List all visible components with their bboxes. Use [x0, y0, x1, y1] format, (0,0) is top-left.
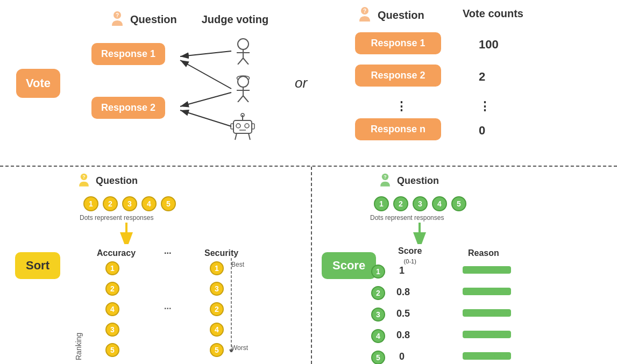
svg-text:?: ? — [363, 8, 366, 14]
sr5-dot: 5 — [371, 351, 385, 364]
svg-point-2 — [238, 39, 249, 49]
svg-rect-18 — [231, 124, 233, 129]
bottom-left: Sort ? Question 1 2 3 4 5 Dots represent… — [0, 167, 312, 364]
br-down-arrow — [412, 223, 428, 244]
sr3-dot: 3 — [371, 308, 385, 322]
score-col-label: Score (0-1) — [398, 246, 422, 266]
bl-dot-2: 2 — [103, 196, 118, 211]
sr4-reason — [463, 331, 511, 338]
sr5-score: 0 — [399, 351, 405, 362]
or-divider: or — [295, 75, 307, 91]
tr-count1: 100 — [479, 38, 499, 52]
tr-dots-label: ⋮ — [395, 99, 407, 113]
bl-down-arrow — [118, 223, 134, 244]
r3-sec: 2 — [210, 302, 224, 316]
accuracy-label: Accuracy — [97, 248, 136, 258]
question-person-icon-right: ? — [355, 5, 374, 25]
tr-responsen-box: Response n — [355, 118, 441, 140]
reason-col-label: Reason — [468, 248, 499, 258]
sr4-dot: 4 — [371, 329, 385, 343]
svg-line-6 — [243, 58, 249, 65]
svg-line-23 — [180, 51, 231, 56]
tr-dots-count: ⋮ — [479, 99, 491, 113]
response1-box: Response 1 — [91, 43, 165, 65]
bl-question-area: ? Question — [75, 172, 138, 189]
svg-point-13 — [236, 124, 240, 128]
bl-dot-4: 4 — [141, 196, 157, 211]
bl-question-label: Question — [96, 175, 138, 187]
br-dot-3: 3 — [413, 196, 428, 211]
sr2-reason — [463, 288, 511, 295]
ranking-label: Ranking — [74, 290, 83, 360]
br-question-label: Question — [397, 175, 439, 187]
best-worst-line — [229, 258, 234, 352]
r1-sec: 1 — [210, 261, 224, 275]
top-section: Vote ? Question Judge voting Response 1 — [0, 0, 617, 167]
sr2-dot: 2 — [371, 286, 385, 300]
top-left: Vote ? Question Judge voting Response 1 — [0, 0, 312, 167]
svg-text:?: ? — [384, 174, 386, 180]
br-dot-4: 4 — [432, 196, 447, 211]
judge-robot-icon — [229, 113, 256, 142]
vote-box: Vote — [16, 69, 60, 98]
tr-countn: 0 — [479, 124, 485, 138]
sort-box: Sort — [15, 252, 60, 279]
svg-point-7 — [238, 76, 249, 87]
sr1-dot: 1 — [371, 265, 385, 279]
r2-sec: 3 — [210, 282, 224, 296]
br-question-area: ? Question — [377, 172, 439, 189]
r5-acc: 5 — [105, 343, 119, 357]
svg-line-21 — [249, 133, 250, 140]
bottom-right: Score ? Question 1 2 3 4 5 Dots represen… — [312, 167, 617, 364]
tr-count2: 2 — [479, 70, 485, 84]
judge-person2-icon — [231, 75, 255, 102]
sr3-reason — [463, 309, 511, 317]
score-box: Score — [322, 252, 376, 279]
judge-person1-icon — [231, 38, 255, 65]
bl-dot-1: 1 — [83, 196, 98, 211]
svg-line-10 — [238, 96, 243, 102]
top-left-question-area: ? Question Judge voting — [108, 10, 268, 29]
svg-line-11 — [243, 96, 249, 102]
vote-counts-label: Vote counts — [463, 8, 523, 20]
tr-response1-box: Response 1 — [355, 32, 441, 54]
security-label: Security — [204, 248, 238, 258]
br-dots-row: 1 2 3 4 5 — [374, 196, 466, 211]
question-person-icon-bl: ? — [75, 172, 93, 189]
r3-acc: 4 — [105, 302, 119, 316]
response2-box: Response 2 — [91, 97, 165, 119]
question-person-icon-left: ? — [108, 10, 127, 29]
sr3-score: 0.5 — [396, 308, 410, 319]
ellipsis-label: ··· — [164, 248, 171, 258]
bl-dots-row: 1 2 3 4 5 — [83, 196, 176, 211]
bottom-section: Sort ? Question 1 2 3 4 5 Dots represent… — [0, 167, 617, 364]
r5-sec: 5 — [210, 343, 224, 357]
svg-point-14 — [245, 124, 249, 128]
question-person-icon-br: ? — [377, 172, 394, 189]
svg-text:?: ? — [82, 174, 85, 180]
svg-rect-19 — [252, 124, 254, 129]
sr1-score: 1 — [399, 265, 405, 276]
top-right: ? Question Vote counts Response 1 100 Re… — [312, 0, 617, 167]
svg-text:?: ? — [116, 12, 119, 18]
svg-line-26 — [180, 92, 231, 106]
r2-acc: 2 — [105, 282, 119, 296]
top-left-judge-label: Judge voting — [202, 13, 268, 26]
bl-dot-3: 3 — [122, 196, 137, 211]
br-dot-1: 1 — [374, 196, 389, 211]
main-container: Vote ? Question Judge voting Response 1 — [0, 0, 617, 364]
top-right-question-area: ? Question — [355, 5, 424, 25]
row-ellipsis: ··· — [164, 304, 171, 313]
svg-line-20 — [235, 133, 237, 140]
svg-line-5 — [238, 58, 243, 65]
top-left-diagram: ? Question Judge voting Response 1 Respo… — [75, 5, 301, 161]
top-right-question-label: Question — [378, 9, 424, 22]
sr2-score: 0.8 — [396, 287, 410, 298]
svg-line-25 — [180, 110, 231, 126]
sr4-score: 0.8 — [396, 330, 410, 341]
r1-acc: 1 — [105, 261, 119, 275]
r4-sec: 4 — [210, 323, 224, 337]
br-dot-5: 5 — [451, 196, 466, 211]
svg-line-24 — [180, 60, 231, 89]
sr1-reason — [463, 266, 511, 274]
